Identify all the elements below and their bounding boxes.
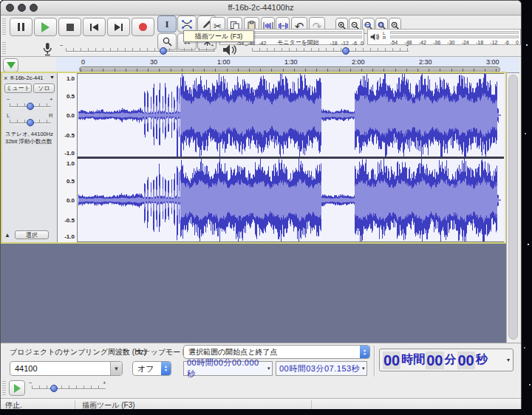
scale-label: -1.0 [58,233,75,240]
position-hours: 00 [383,351,400,369]
audio-position-display[interactable]: 00 時間 00 分 00 秒 ▾ [379,349,514,371]
timeline-label: 3:00 [486,59,499,66]
selection-start-value: 00時間00分00.000秒 [187,357,267,380]
solo-button[interactable]: ソロ [33,83,55,93]
play-tick: 0 [516,40,519,45]
collapse-track-button[interactable]: ▲ [4,232,10,239]
skip-end-icon [115,24,123,31]
position-minutes: 00 [426,351,443,369]
skip-start-icon [90,24,98,31]
selection-tool-button[interactable]: I [157,16,177,32]
pan-right-label: R [49,113,53,119]
snap-mode-label: スナップモード [135,347,188,357]
scale-label: 0.5 [58,178,75,185]
pan-left-label: L [7,113,10,119]
timeline-label: 1:00 [217,59,231,66]
magnifier-icon [163,37,172,47]
selection-end-field[interactable]: 00時間03分07.153秒 ▾ [276,361,367,376]
waveform-channel-left[interactable] [78,73,504,157]
play-tick: -6 [505,40,509,45]
status-state: 停止. [5,400,22,409]
dropdown-arrow-icon[interactable]: ▾ [362,366,365,371]
input-volume-slider[interactable] [66,51,215,52]
timeline-ruler[interactable]: 0 30 1:00 1:30 2:00 2:30 3:00 [56,57,519,73]
record-button[interactable] [132,18,154,36]
project-rate-combo[interactable]: 44100 ▼ [10,361,123,376]
selection-end-value: 00時間03分07.153秒 [279,363,360,374]
speed-slider-thumb[interactable] [50,385,58,392]
vertical-scale-ruler: 1.0 0.5 0.0 -0.5 -1.0 1.0 0.5 0.0 -0.5 -… [58,73,78,242]
scale-label: -0.5 [58,132,75,139]
play-button[interactable] [34,18,57,36]
track-info-line1: ステレオ, 44100Hz [5,131,53,138]
pause-icon [18,23,24,31]
selection-start-field[interactable]: 00時間00分00.000秒 ▾ [183,361,273,376]
playback-meter[interactable]: L R -54 -48 -42 -36 -30 -24 -18 -12 -6 0 [367,29,521,45]
window-title: ff-16b-2c-44100hz [1,3,521,12]
recording-meter-bar-right [238,35,362,38]
track-menu-arrow-icon[interactable]: ▼ [50,75,55,80]
input-volume-max: + [211,43,214,49]
envelope-icon [182,20,192,29]
quick-play-icon [7,62,16,69]
scale-label: 0.5 [58,93,75,100]
speed-toolbar-grab[interactable] [2,381,6,396]
track-select-button[interactable]: 選択 [15,230,49,239]
rec-tick: -42 [259,41,266,46]
output-volume-thumb[interactable] [342,47,349,55]
position-hours-unit: 時間 [400,352,426,368]
recording-meter-bar-left [238,31,362,34]
selection-range-mode-value: 選択範囲の開始点と終了点 [188,347,277,357]
pan-slider-thumb[interactable] [27,119,34,126]
track-name[interactable]: ff-16b-2c-441 [10,75,43,81]
play-tick: -54 [390,40,398,45]
rec-tick: -18 [330,41,338,46]
dropdown-arrow-icon[interactable]: ▾ [267,366,270,371]
record-icon [139,23,147,31]
play-tick: -36 [433,40,440,45]
scale-label: -0.5 [58,217,75,224]
playback-meter-bar-right [390,35,519,38]
timeline-label: 2:00 [352,59,365,66]
track-format-info: ステレオ, 44100Hz 32bit 浮動小数点数 [5,131,53,145]
play-icon [41,22,50,32]
output-volume-slider[interactable] [252,51,409,52]
desktop: { "window": { "title": "ff-16b-2c-44100h… [0,0,532,415]
snap-mode-combo[interactable]: オフ ▲▼ [132,361,171,376]
pause-button[interactable] [10,18,33,36]
quick-play-button[interactable] [3,58,18,72]
rec-tick: -12 [341,41,349,46]
recording-meter-monitor-text[interactable]: モニターを開始 [277,40,319,46]
vertical-scrollbar[interactable] [506,73,519,343]
waveform-channel-right[interactable] [78,159,504,242]
input-volume-min: − [60,43,64,49]
gain-slider-thumb[interactable] [27,103,34,110]
input-volume-thumb[interactable] [160,47,167,55]
scale-label: 0.0 [58,112,75,119]
transport-toolbar-grab[interactable] [2,18,6,36]
toolbar-separator [374,346,375,377]
play-tick: -18 [476,40,483,45]
mixer-toolbar-grab[interactable] [2,42,6,55]
timeline-label: 2:30 [419,59,432,66]
track-close-button[interactable]: × [4,75,7,82]
tool-tooltip: 描画ツール (F3) [183,30,254,42]
skip-to-start-button[interactable] [83,18,106,36]
play-at-speed-button[interactable] [9,380,25,396]
speed-slider[interactable] [32,388,106,390]
scale-label: 0.0 [58,197,75,204]
status-separator [311,400,312,409]
play-tick: -30 [447,40,454,45]
stop-button[interactable] [58,18,81,36]
stop-icon [66,24,74,31]
title-bar[interactable]: ff-16b-2c-44100hz [1,1,521,16]
track-control-panel[interactable]: × ff-16b-2c-441 ▼ ミュート ソロ − + L R ステレオ, … [2,73,58,242]
dropdown-arrow-icon[interactable]: ▾ [507,357,510,363]
status-bar: 停止. 描画ツール (F3) [1,398,522,409]
mute-button[interactable]: ミュート [4,83,32,93]
skip-to-end-button[interactable] [107,18,130,36]
timeline-label: 0 [81,59,85,66]
scale-label: 1.0 [58,75,75,82]
vertical-scrollbar-thumb[interactable] [508,75,518,340]
gain-min-label: − [7,97,10,103]
